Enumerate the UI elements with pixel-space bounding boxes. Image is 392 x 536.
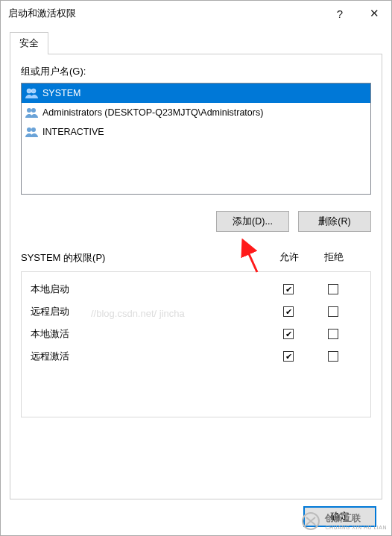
perm-name: 本地启动	[31, 283, 266, 296]
permissions-box: 本地启动 远程启动 本地激活 远程激活	[21, 271, 371, 417]
perm-deny-checkbox[interactable]	[328, 329, 338, 339]
list-item-label: INTERACTIVE	[42, 127, 104, 137]
list-item[interactable]: SYSTEM	[22, 83, 370, 103]
perm-name: 本地激活	[31, 327, 266, 341]
tab-panel-security: 组或用户名(G): SYSTEM Administrators (DESKTOP…	[10, 54, 382, 499]
list-item-label: SYSTEM	[42, 88, 80, 98]
titlebar: 启动和激活权限 ? ✕	[1, 1, 391, 26]
perm-allow-checkbox[interactable]	[283, 306, 294, 317]
perm-col-deny: 拒绝	[312, 250, 356, 264]
perm-name: 远程激活	[31, 350, 266, 363]
remove-button[interactable]: 删除(R)	[298, 211, 371, 232]
svg-point-2	[27, 108, 31, 113]
footer-brand: 创新互联 CHUANG XIN HU LIAN	[301, 511, 387, 531]
perm-row: 远程激活	[22, 345, 370, 368]
list-item-label: Administrators (DESKTOP-Q23MJTQ\Administ…	[42, 107, 263, 118]
list-item[interactable]: INTERACTIVE	[22, 122, 370, 142]
svg-point-4	[27, 127, 31, 132]
brand-sub: CHUANG XIN HU LIAN	[325, 525, 387, 530]
svg-point-0	[27, 89, 31, 93]
users-icon	[25, 86, 39, 100]
users-icon	[25, 125, 39, 139]
perm-allow-checkbox[interactable]	[283, 329, 294, 339]
add-button[interactable]: 添加(D)...	[216, 211, 289, 232]
perm-allow-checkbox[interactable]	[283, 284, 294, 294]
svg-point-5	[31, 127, 36, 132]
brand-logo-icon	[301, 511, 320, 531]
users-listbox[interactable]: SYSTEM Administrators (DESKTOP-Q23MJTQ\A…	[21, 83, 371, 195]
help-button[interactable]: ?	[323, 1, 357, 26]
brand-text: 创新互联	[325, 512, 387, 525]
tab-security[interactable]: 安全	[10, 32, 48, 54]
perm-deny-checkbox[interactable]	[328, 284, 338, 294]
perm-col-allow: 允许	[267, 250, 312, 264]
list-item[interactable]: Administrators (DESKTOP-Q23MJTQ\Administ…	[22, 103, 370, 122]
perm-name: 远程启动	[31, 305, 266, 318]
svg-point-1	[31, 89, 36, 93]
perm-row: 本地启动	[22, 278, 370, 300]
perm-row: 远程启动	[22, 300, 370, 323]
perm-deny-checkbox[interactable]	[328, 306, 338, 317]
window-title: 启动和激活权限	[8, 7, 323, 20]
users-group-label: 组或用户名(G):	[21, 65, 371, 78]
perm-allow-checkbox[interactable]	[283, 351, 294, 362]
svg-point-3	[31, 108, 36, 113]
close-button[interactable]: ✕	[357, 1, 391, 26]
users-icon	[25, 106, 39, 119]
perm-row: 本地激活	[22, 323, 370, 345]
perm-deny-checkbox[interactable]	[328, 351, 338, 362]
